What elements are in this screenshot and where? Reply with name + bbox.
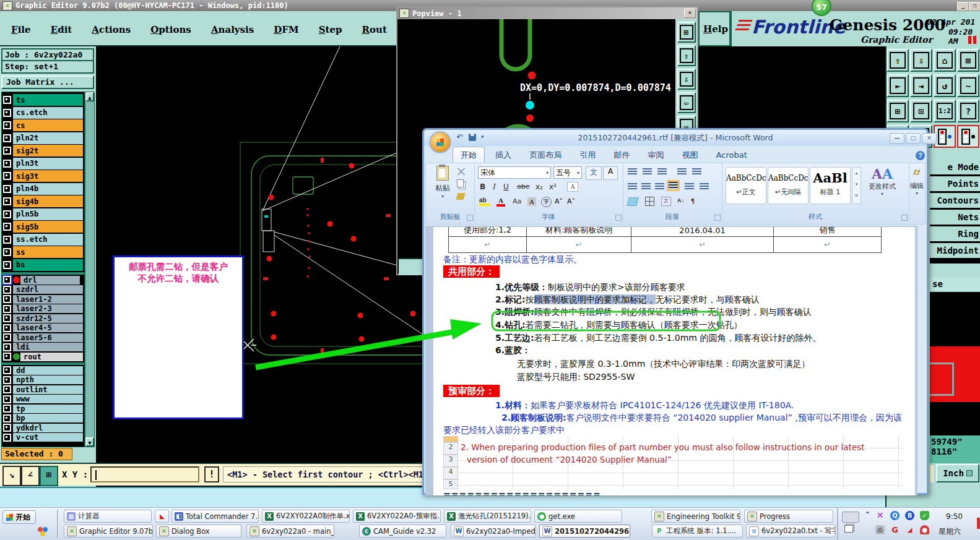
measure-tool-button[interactable]: ∠ — [21, 466, 40, 486]
layer-checkbox[interactable] — [3, 414, 11, 422]
menu-edit[interactable]: Edit — [51, 24, 72, 35]
snap-item-mode[interactable]: e Mode — [930, 160, 980, 174]
popview-left-button[interactable]: ⇦ — [677, 92, 696, 113]
layer-checkbox[interactable] — [3, 276, 11, 284]
select-tool-button[interactable]: ↘ — [2, 466, 21, 486]
style-heading1[interactable]: AaBl 标题 1 — [810, 167, 851, 204]
menu-analysis[interactable]: Analysis — [211, 24, 254, 35]
shield-icon[interactable]: ✓ — [920, 511, 929, 520]
subscript-button[interactable]: x₂ — [535, 182, 544, 192]
borders-icon[interactable] — [645, 197, 654, 206]
layer-row[interactable]: outlint — [3, 385, 83, 394]
pan-left-button[interactable]: ⇤ — [887, 74, 909, 97]
home-view-button[interactable]: ⌂ — [934, 49, 956, 72]
split-window-button[interactable]: ⊠ — [957, 49, 979, 72]
char-shading-icon[interactable]: A — [527, 197, 536, 206]
clock-day[interactable]: 星期六 — [939, 526, 961, 537]
layer-checkbox[interactable] — [3, 134, 11, 142]
increase-indent-icon[interactable] — [692, 168, 701, 176]
office-button[interactable] — [429, 131, 451, 153]
layer-row[interactable]: pln2t — [3, 132, 83, 144]
snap-item-nets[interactable]: Nets — [930, 210, 980, 225]
popview-up-button[interactable]: ⇧ — [677, 45, 696, 66]
scale-1-2-button[interactable]: 1:2 — [934, 100, 956, 122]
task-get-exe[interactable]: ●get.exe — [534, 510, 622, 523]
start-button[interactable]: 开始 — [2, 510, 36, 524]
style-normal[interactable]: AaBbCcDc ↵正文 — [726, 167, 766, 204]
cut-icon[interactable] — [457, 168, 466, 175]
layer-row[interactable]: ss.etch — [3, 234, 83, 246]
shading-icon[interactable] — [627, 197, 639, 206]
menu-file[interactable]: File — [11, 24, 31, 35]
layer-checkbox[interactable] — [3, 248, 11, 256]
layer-checkbox[interactable] — [3, 343, 11, 351]
styles-launcher-icon[interactable] — [901, 215, 908, 221]
xy-input[interactable] — [90, 466, 199, 482]
layer-checkbox[interactable] — [3, 223, 11, 231]
layer-checkbox[interactable] — [3, 434, 11, 442]
clock-time[interactable]: 9:50 — [946, 512, 963, 521]
layer-row[interactable]: szdr12-5 — [3, 314, 83, 323]
change-case-icon[interactable]: Aa — [513, 197, 521, 205]
layer-checkbox[interactable] — [3, 333, 11, 341]
task-tray-app[interactable]: ◣ — [155, 510, 169, 523]
layer-row[interactable]: bp — [3, 414, 83, 422]
clear-format-icon[interactable]: A — [567, 182, 578, 192]
pause-icon[interactable] — [968, 36, 971, 44]
layer-row[interactable]: laser4-5 — [3, 324, 83, 332]
grid-tool-button[interactable]: ⊞ — [40, 466, 58, 486]
tab-mailings[interactable]: 邮件 — [606, 147, 637, 163]
tray-x-icon[interactable]: ✕ — [875, 511, 885, 520]
center-view-button[interactable]: ⊡ — [910, 100, 932, 122]
layer-checkbox[interactable] — [3, 286, 11, 294]
menu-options[interactable]: Options — [150, 24, 191, 35]
layer-row[interactable]: www — [3, 395, 83, 403]
popview-titlebar[interactable]: ✕ Popview - 1 — [397, 7, 697, 19]
layer-checkbox[interactable] — [3, 236, 11, 244]
layer-row[interactable]: cs — [3, 119, 83, 131]
tray-arrows-icon[interactable]: ◢ — [905, 525, 914, 534]
layer-checkbox[interactable] — [3, 197, 11, 205]
layer-row[interactable]: sig4b — [3, 195, 83, 207]
justify-icon[interactable] — [669, 182, 678, 189]
task-progress[interactable]: ✕Progress — [744, 510, 833, 523]
shrink-font-icon[interactable]: A˅ — [567, 197, 575, 205]
layer-checkbox[interactable] — [3, 261, 11, 269]
font-name-select[interactable]: 宋体▾ — [478, 166, 551, 179]
popview-close-button[interactable]: ✕ — [684, 9, 696, 18]
task-total-commander[interactable]: ◧Total Commander 7.0 p... — [171, 510, 259, 523]
layer-row[interactable]: laser1-2 — [3, 295, 83, 304]
line-spacing-icon[interactable] — [700, 183, 709, 191]
word-help-icon[interactable]: ? — [916, 151, 925, 160]
minimize-button[interactable]: _ — [957, 2, 969, 11]
task-calculator[interactable]: ▦计算器 — [64, 510, 152, 523]
layer-row[interactable]: pln4b — [3, 183, 83, 195]
word-close-button[interactable]: ✕ — [922, 133, 937, 144]
layer-row[interactable]: rout — [3, 353, 83, 361]
align-right-icon[interactable] — [655, 183, 664, 191]
language-bar-icon[interactable] — [37, 526, 48, 536]
tab-page-layout[interactable]: 页面布局 — [522, 147, 569, 163]
tab-insert[interactable]: 插入 — [488, 147, 519, 163]
task-word-active[interactable]: W2015102720442961.... — [539, 525, 630, 538]
char-border-button[interactable]: A — [603, 166, 618, 180]
menu-help[interactable]: Help — [703, 24, 728, 35]
menu-rout[interactable]: Rout — [362, 24, 387, 35]
layer-row[interactable]: sig5b — [3, 221, 83, 233]
collapse-chevron-icon[interactable]: ^ — [865, 510, 870, 518]
menu-actions[interactable]: Actions — [92, 24, 131, 35]
bold-button[interactable]: B — [479, 182, 486, 192]
word-minimize-button[interactable]: — — [890, 133, 904, 144]
layer-row[interactable]: npth — [3, 375, 83, 384]
layer-checkbox[interactable] — [3, 314, 11, 322]
snap-item-ring[interactable]: Ring — [930, 226, 980, 241]
window-switch-icon[interactable] — [844, 525, 853, 533]
italic-button[interactable]: I — [492, 182, 496, 192]
close-button-fragment[interactable]: se — [930, 277, 980, 291]
popview-cascade-button[interactable]: ⊞ — [677, 22, 696, 43]
layer-checkbox[interactable] — [3, 305, 11, 313]
word-titlebar[interactable]: ↶ ▾ 2015102720442961.rtf [兼容模式] - Micros… — [424, 130, 927, 146]
scroll-down-icon[interactable]: ▼ — [85, 437, 94, 447]
tab-acrobat[interactable]: Acrobat — [709, 148, 755, 162]
copy-icon[interactable] — [457, 179, 464, 187]
